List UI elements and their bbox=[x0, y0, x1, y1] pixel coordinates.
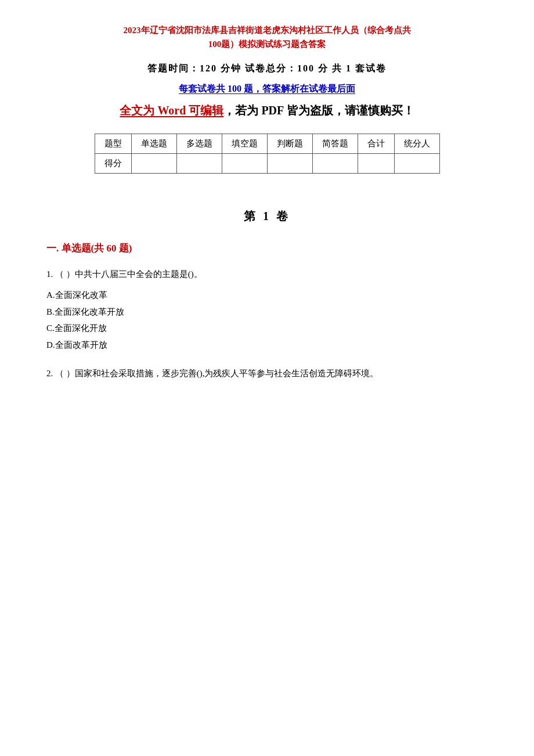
cell-short bbox=[312, 154, 358, 174]
row-label: 得分 bbox=[95, 154, 131, 174]
title-line1: 2023年辽宁省沈阳市法库县吉祥街道老虎东沟村社区工作人员（综合考点共 bbox=[124, 26, 411, 35]
question-2-text: 2. （ ）国家和社会采取措施，逐步完善(),为残疾人平等参与社会生活创造无障碍… bbox=[46, 366, 488, 381]
q1-option-c: C.全面深化开放 bbox=[46, 320, 488, 337]
volume-divider: 第 1 卷 bbox=[46, 208, 488, 224]
col-type: 题型 bbox=[95, 134, 131, 154]
cell-single bbox=[131, 154, 176, 174]
volume-title: 第 1 卷 bbox=[244, 210, 290, 222]
section-title: 一. 单选题(共 60 题) bbox=[46, 242, 488, 255]
col-judge: 判断题 bbox=[267, 134, 312, 154]
cell-fill bbox=[222, 154, 267, 174]
title-line2: 100题）模拟测试练习题含答案 bbox=[208, 39, 326, 49]
q2-body: （ ）国家和社会采取措施，逐步完善(),为残疾人平等参与社会生活创造无障碍环境。 bbox=[55, 369, 379, 378]
score-table-wrapper: 题型 单选题 多选题 填空题 判断题 简答题 合计 统分人 得分 bbox=[46, 134, 488, 174]
q1-option-d: D.全面改革开放 bbox=[46, 337, 488, 354]
col-single: 单选题 bbox=[131, 134, 176, 154]
question-1-text: 1. （ ）中共十八届三中全会的主题是()。 bbox=[46, 267, 488, 282]
table-score-row: 得分 bbox=[95, 154, 439, 174]
q1-body: （ ）中共十八届三中全会的主题是()。 bbox=[55, 269, 203, 279]
exam-info-text: 答题时间：120 分钟 试卷总分：100 分 共 1 套试卷 bbox=[147, 63, 387, 73]
col-total: 合计 bbox=[358, 134, 394, 154]
col-multi: 多选题 bbox=[176, 134, 222, 154]
cell-judge bbox=[267, 154, 312, 174]
exam-info: 答题时间：120 分钟 试卷总分：100 分 共 1 套试卷 bbox=[46, 63, 488, 75]
table-header-row: 题型 单选题 多选题 填空题 判断题 简答题 合计 统分人 bbox=[95, 134, 439, 154]
q1-number: 1 bbox=[46, 269, 51, 279]
q1-option-a: A.全面深化改革 bbox=[46, 287, 488, 304]
question-2: 2. （ ）国家和社会采取措施，逐步完善(),为残疾人平等参与社会生活创造无障碍… bbox=[46, 366, 488, 381]
page-header: 2023年辽宁省沈阳市法库县吉祥街道老虎东沟村社区工作人员（综合考点共 100题… bbox=[46, 23, 488, 51]
notice1-line: 每套试卷共 100 题，答案解析在试卷最后面 bbox=[46, 83, 488, 95]
q2-number: 2 bbox=[46, 369, 51, 378]
notice2-part1: 全文为 Word 可编辑 bbox=[120, 104, 223, 117]
col-scorer: 统分人 bbox=[394, 134, 439, 154]
notice1-text: 每套试卷共 100 题，答案解析在试卷最后面 bbox=[179, 84, 355, 93]
cell-total bbox=[358, 154, 394, 174]
cell-multi bbox=[176, 154, 222, 174]
question-1: 1. （ ）中共十八届三中全会的主题是()。 A.全面深化改革 B.全面深化改革… bbox=[46, 267, 488, 353]
score-table: 题型 单选题 多选题 填空题 判断题 简答题 合计 统分人 得分 bbox=[95, 134, 440, 174]
cell-scorer bbox=[394, 154, 439, 174]
notice2-line: 全文为 Word 可编辑，若为 PDF 皆为盗版，请谨慎购买！ bbox=[46, 101, 488, 120]
col-fill: 填空题 bbox=[222, 134, 267, 154]
page-title: 2023年辽宁省沈阳市法库县吉祥街道老虎东沟村社区工作人员（综合考点共 100题… bbox=[46, 23, 488, 51]
q1-option-b: B.全面深化改革开放 bbox=[46, 304, 488, 321]
notice2-part2: ，若为 PDF 皆为盗版，请谨慎购买！ bbox=[223, 104, 414, 117]
col-short: 简答题 bbox=[312, 134, 358, 154]
